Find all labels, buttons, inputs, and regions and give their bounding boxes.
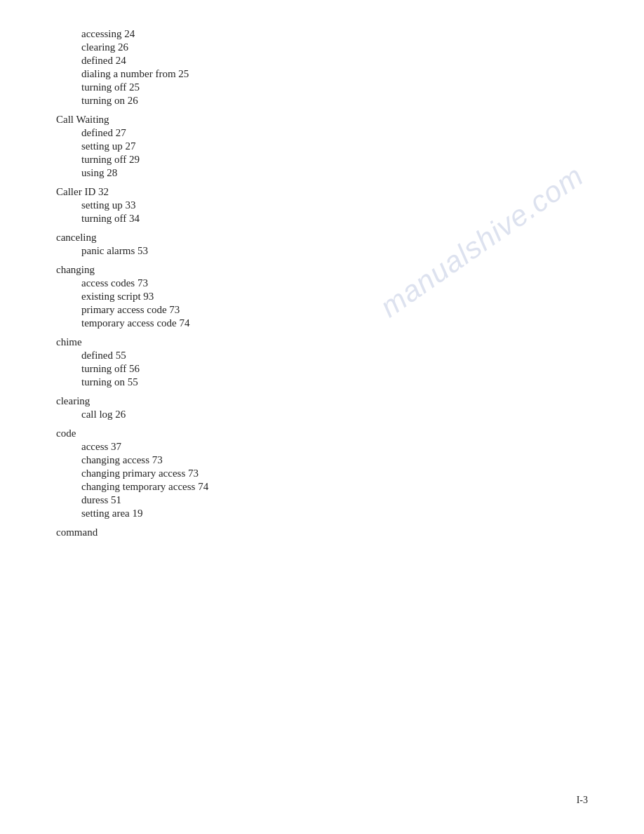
list-item: turning on 26 — [56, 95, 588, 107]
list-item: setting area 19 — [56, 508, 588, 519]
list-item: code — [56, 428, 588, 439]
list-item: changing temporary access 74 — [56, 481, 588, 493]
list-item: existing script 93 — [56, 291, 588, 303]
list-item: duress 51 — [56, 494, 588, 506]
list-item: changing primary access 73 — [56, 468, 588, 479]
list-item: defined 55 — [56, 350, 588, 362]
list-item: panic alarms 53 — [56, 245, 588, 257]
list-item: temporary access code 74 — [56, 317, 588, 329]
page: manualshive.com accessing 24clearing 26d… — [0, 0, 644, 834]
list-item: primary access code 73 — [56, 304, 588, 316]
list-item: access codes 73 — [56, 277, 588, 289]
index-content: accessing 24clearing 26defined 24dialing… — [56, 28, 588, 538]
list-item: access 37 — [56, 441, 588, 453]
list-item: clearing 26 — [56, 41, 588, 53]
list-item: dialing a number from 25 — [56, 68, 588, 80]
list-item: Call Waiting — [56, 114, 588, 126]
list-item: setting up 27 — [56, 140, 588, 152]
list-item: changing access 73 — [56, 454, 588, 466]
list-item: defined 24 — [56, 55, 588, 67]
list-item: accessing 24 — [56, 28, 588, 40]
list-item: setting up 33 — [56, 199, 588, 211]
list-item: turning off 29 — [56, 154, 588, 166]
list-item: canceling — [56, 232, 588, 244]
list-item: turning off 25 — [56, 81, 588, 93]
list-item: command — [56, 527, 588, 538]
page-footer: I-3 — [577, 795, 588, 806]
list-item: Caller ID 32 — [56, 186, 588, 198]
list-item: using 28 — [56, 167, 588, 179]
list-item: turning off 56 — [56, 363, 588, 375]
list-item: clearing — [56, 395, 588, 407]
list-item: turning off 34 — [56, 213, 588, 225]
list-item: changing — [56, 264, 588, 276]
list-item: call log 26 — [56, 409, 588, 421]
list-item: turning on 55 — [56, 376, 588, 388]
list-item: defined 27 — [56, 127, 588, 139]
list-item: chime — [56, 336, 588, 348]
